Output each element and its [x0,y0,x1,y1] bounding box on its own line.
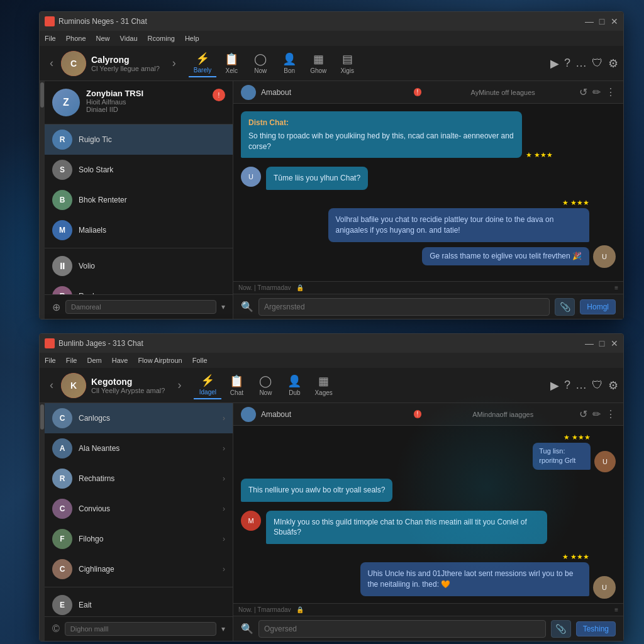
bottom-contact-conv[interactable]: C Convious › [45,494,233,524]
bottom-menu-1[interactable]: File [66,357,77,364]
top-video-icon[interactable]: ▶ [550,57,559,70]
menu-phone[interactable]: Phone [66,35,86,42]
top-footer-input[interactable] [65,300,216,314]
top-tab-bon[interactable]: 👤 Bon [275,50,303,77]
top-maximize-btn[interactable]: □ [598,18,606,25]
bottom-tab-xages[interactable]: ▦ Xages [309,372,337,399]
bottom-back-btn[interactable]: ‹ [45,376,58,394]
xigis-icon: ▤ [342,52,353,66]
menu-vidau[interactable]: Vidau [120,35,138,42]
bottom-chat-header-icons: ↺ ✏ ⋮ [579,408,616,420]
top-contact-reglonags[interactable]: R Reglonags [45,281,233,294]
bottom-video-icon[interactable]: ▶ [550,379,559,392]
top-more-icon[interactable]: … [575,57,587,70]
top-tab-xelc[interactable]: 📋 Xelc [218,50,245,77]
bottom-contact-rech[interactable]: R Rechatirns › [45,464,233,494]
top-contact-name-ruiglo: Ruiglo Tic [79,135,225,144]
bottom-sidebar-scroll[interactable] [40,403,45,641]
top-contact-bhok[interactable]: B Bhok Renteter [45,185,233,215]
bottom-contact-list: C Canlogcs › A Ala Neantes › R Rechatirn… [45,403,233,616]
menu-rcoming[interactable]: Rcoming [148,35,175,42]
bottom-msg-4-bubble: Uhis Uncle his and 01Jthere laot sent me… [360,562,589,596]
bottom-app-icon [45,338,55,348]
bottom-chat-edit-icon[interactable]: ✏ [592,408,601,420]
top-window: Ruminois Neges - 31 Chat — □ ✕ File Phon… [39,11,624,319]
bottom-contact-eait[interactable]: E Eait [45,590,233,616]
bottom-close-btn[interactable]: ✕ [611,340,618,347]
top-sidebar-footer: ⊕ ▾ [45,294,233,319]
top-minimize-btn[interactable]: — [586,18,593,25]
top-forward-btn[interactable]: › [167,54,181,72]
bottom-menu-2[interactable]: Dem [87,357,101,364]
bottom-contact-filo[interactable]: F Filohgo › [45,524,233,554]
top-help-icon[interactable]: ? [564,57,570,70]
bottom-settings-icon[interactable]: ⚙ [608,379,618,392]
bottom-footer-input[interactable] [65,622,216,636]
bottom-contact-cigh[interactable]: C Cighlinage › [45,554,233,584]
top-settings-icon[interactable]: ⚙ [608,57,618,70]
top-tab-now[interactable]: ◯ Now [247,50,274,77]
bottom-tab-now[interactable]: ◯ Now [252,372,279,399]
bottom-help-icon[interactable]: ? [564,379,570,392]
top-contact-info: Calyrong Cl Yeerly llegue amal? [91,55,160,72]
top-msg-3-text: Volhral bafile you chat to recidie platt… [336,215,554,235]
top-profile-name: Zonybian TRSI [86,89,206,98]
top-chat-attach-btn[interactable]: 📎 [555,298,575,316]
top-contact-solo[interactable]: S Solo Stark [45,155,233,185]
top-chat-input[interactable] [258,298,550,316]
top-footer-dropdown[interactable]: ▾ [221,303,225,311]
top-close-btn[interactable]: ✕ [611,18,618,25]
menu-help[interactable]: Help [185,35,199,42]
top-tab-ghow[interactable]: ▦ Ghow [304,50,332,77]
menu-new[interactable]: New [96,35,110,42]
top-contact-ruiglo[interactable]: R Ruiglo Tic [45,125,233,155]
top-chat-edit-icon[interactable]: ✏ [592,86,601,98]
top-contact-maliaels[interactable]: M Maliaels [45,215,233,245]
bottom-footer-dropdown[interactable]: ▾ [221,625,225,633]
bottom-chat-input[interactable] [258,620,546,638]
bottom-minimize-btn[interactable]: — [586,340,593,347]
top-contact-volio[interactable]: ⏸ Volio [45,251,233,281]
bottom-chat-attach-btn[interactable]: 📎 [551,620,571,638]
bottom-msg-3: M MInkly you so this guild timople chat … [241,511,616,547]
bottom-tab-dub[interactable]: 👤 Dub [280,372,308,399]
top-sidebar-scroll[interactable] [40,81,45,319]
now-icon: ◯ [254,52,267,66]
bottom-tab-idagel[interactable]: ⚡ Idagel [194,371,221,399]
menu-file[interactable]: File [45,35,56,42]
bottom-menu-0[interactable]: File [45,357,56,364]
bottom-chat-refresh-icon[interactable]: ↺ [579,408,587,420]
bottom-tab-chat[interactable]: 📋 Chat [223,372,250,399]
top-send-btn[interactable]: Homgl [580,299,616,314]
bottom-menu-3[interactable]: Have [112,357,128,364]
bottom-chat-dots-icon[interactable]: ⋮ [606,408,616,420]
bottom-contact-ala[interactable]: A Ala Neantes › [45,433,233,464]
top-chat-search-icon: 🔍 [241,301,253,313]
bottom-shield-icon[interactable]: 🛡 [592,379,603,392]
top-shield-icon[interactable]: 🛡 [592,57,603,70]
bottom-menu-5[interactable]: Folle [192,357,208,364]
top-status-menu-icon: ≡ [614,284,618,291]
bottom-maximize-btn[interactable]: □ [598,340,606,347]
top-chat-refresh-icon[interactable]: ↺ [579,86,587,98]
bottom-send-btn[interactable]: Teshing [576,621,616,636]
top-tab-xigis[interactable]: ▤ Xigis [333,50,361,77]
top-footer-icon: ⊕ [52,301,60,313]
top-toolbar-right: ▶ ? … 🛡 ⚙ [550,57,618,70]
top-chat-header-avatar [241,85,256,100]
top-menu-bar: File Phone New Vidau Rcoming Help [40,31,623,46]
top-back-btn[interactable]: ‹ [45,54,58,72]
bottom-contact-name-6: Eait [79,601,225,609]
bottom-msg-4-avatar: U [593,576,616,599]
top-contact-avatar-volio: ⏸ [52,256,72,276]
top-msg-1-stars: ★ ★★★ [526,151,553,159]
bottom-more-icon[interactable]: … [575,379,587,392]
bottom-forward-btn[interactable]: › [172,376,186,394]
bottom-contact-canlogcs[interactable]: C Canlogcs › [45,403,233,433]
top-chat-dots-icon[interactable]: ⋮ [606,86,616,98]
bottom-msg-1-bubble: Tug lisn: rporitng Grlt [533,443,591,470]
bottom-menu-4[interactable]: Flow Airptroun [138,357,182,364]
chat-icon: 📋 [230,374,243,388]
bottom-messages-area: ★ ★★★ Tug lisn: rporitng Grlt U This nel… [233,426,623,603]
top-tab-barely[interactable]: ⚡ Barely [189,49,216,77]
